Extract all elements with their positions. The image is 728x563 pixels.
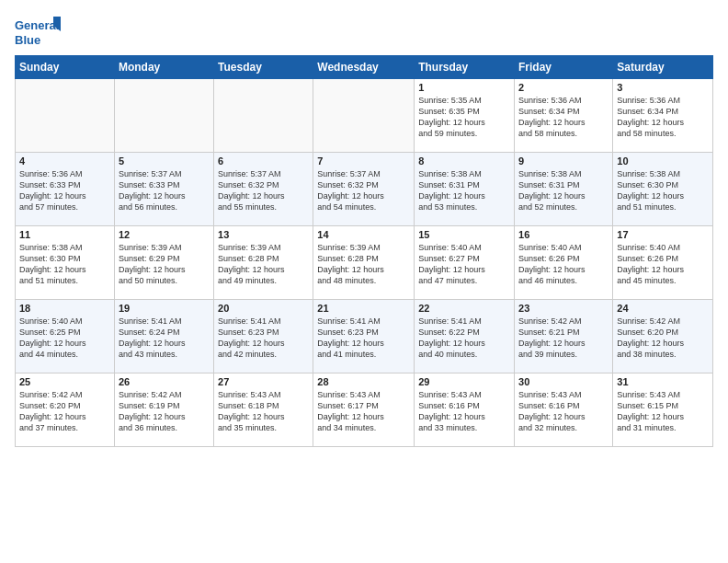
day-number: 7 bbox=[317, 155, 410, 167]
calendar-cell: 9Sunrise: 5:38 AM Sunset: 6:31 PM Daylig… bbox=[515, 153, 613, 226]
calendar-week-row: 25Sunrise: 5:42 AM Sunset: 6:20 PM Dayli… bbox=[16, 373, 713, 447]
calendar-cell: 13Sunrise: 5:39 AM Sunset: 6:28 PM Dayli… bbox=[214, 226, 313, 300]
calendar-cell: 18Sunrise: 5:40 AM Sunset: 6:25 PM Dayli… bbox=[16, 300, 115, 373]
calendar-cell: 11Sunrise: 5:38 AM Sunset: 6:30 PM Dayli… bbox=[16, 226, 115, 300]
day-info: Sunrise: 5:35 AM Sunset: 6:35 PM Dayligh… bbox=[418, 95, 510, 140]
day-info: Sunrise: 5:43 AM Sunset: 6:16 PM Dayligh… bbox=[418, 389, 510, 434]
day-number: 18 bbox=[19, 303, 110, 314]
svg-text:General: General bbox=[15, 18, 59, 32]
day-info: Sunrise: 5:40 AM Sunset: 6:26 PM Dayligh… bbox=[617, 242, 709, 287]
weekday-header-sunday: Sunday bbox=[16, 56, 115, 79]
calendar-cell: 19Sunrise: 5:41 AM Sunset: 6:24 PM Dayli… bbox=[114, 300, 213, 373]
calendar-cell: 10Sunrise: 5:38 AM Sunset: 6:30 PM Dayli… bbox=[613, 153, 713, 226]
day-number: 10 bbox=[617, 155, 709, 167]
day-number: 19 bbox=[119, 303, 210, 314]
day-number: 27 bbox=[218, 376, 309, 387]
day-number: 25 bbox=[19, 376, 110, 387]
day-number: 23 bbox=[518, 303, 609, 314]
day-number: 13 bbox=[218, 229, 309, 240]
day-number: 20 bbox=[218, 303, 309, 314]
day-info: Sunrise: 5:41 AM Sunset: 6:22 PM Dayligh… bbox=[418, 316, 510, 361]
day-info: Sunrise: 5:41 AM Sunset: 6:23 PM Dayligh… bbox=[218, 316, 309, 361]
day-number: 11 bbox=[19, 229, 110, 240]
calendar-cell: 22Sunrise: 5:41 AM Sunset: 6:22 PM Dayli… bbox=[415, 300, 515, 373]
calendar-cell: 20Sunrise: 5:41 AM Sunset: 6:23 PM Dayli… bbox=[214, 300, 313, 373]
day-info: Sunrise: 5:41 AM Sunset: 6:24 PM Dayligh… bbox=[119, 316, 210, 361]
calendar-cell: 14Sunrise: 5:39 AM Sunset: 6:28 PM Dayli… bbox=[313, 226, 415, 300]
calendar-cell: 25Sunrise: 5:42 AM Sunset: 6:20 PM Dayli… bbox=[16, 373, 115, 447]
weekday-header-row: SundayMondayTuesdayWednesdayThursdayFrid… bbox=[16, 56, 713, 79]
day-info: Sunrise: 5:43 AM Sunset: 6:17 PM Dayligh… bbox=[317, 389, 410, 434]
day-info: Sunrise: 5:38 AM Sunset: 6:31 PM Dayligh… bbox=[518, 168, 609, 213]
day-info: Sunrise: 5:38 AM Sunset: 6:31 PM Dayligh… bbox=[418, 168, 510, 213]
calendar-cell: 1Sunrise: 5:35 AM Sunset: 6:35 PM Daylig… bbox=[415, 79, 515, 153]
day-number: 1 bbox=[418, 82, 510, 93]
day-number: 5 bbox=[119, 155, 210, 167]
day-info: Sunrise: 5:42 AM Sunset: 6:19 PM Dayligh… bbox=[119, 389, 210, 434]
day-info: Sunrise: 5:37 AM Sunset: 6:32 PM Dayligh… bbox=[317, 168, 410, 213]
day-info: Sunrise: 5:42 AM Sunset: 6:20 PM Dayligh… bbox=[19, 389, 110, 434]
day-info: Sunrise: 5:40 AM Sunset: 6:25 PM Dayligh… bbox=[19, 316, 110, 361]
day-info: Sunrise: 5:41 AM Sunset: 6:23 PM Dayligh… bbox=[317, 316, 410, 361]
calendar-cell: 24Sunrise: 5:42 AM Sunset: 6:20 PM Dayli… bbox=[613, 300, 713, 373]
calendar-cell: 16Sunrise: 5:40 AM Sunset: 6:26 PM Dayli… bbox=[515, 226, 613, 300]
day-number: 9 bbox=[518, 155, 609, 167]
calendar-cell bbox=[313, 79, 415, 153]
day-info: Sunrise: 5:36 AM Sunset: 6:34 PM Dayligh… bbox=[518, 95, 609, 140]
day-info: Sunrise: 5:39 AM Sunset: 6:28 PM Dayligh… bbox=[218, 242, 309, 287]
calendar-cell bbox=[16, 79, 115, 153]
day-number: 28 bbox=[317, 376, 410, 387]
day-number: 3 bbox=[617, 82, 709, 93]
day-number: 21 bbox=[317, 303, 410, 314]
day-info: Sunrise: 5:40 AM Sunset: 6:27 PM Dayligh… bbox=[418, 242, 510, 287]
day-number: 12 bbox=[119, 229, 210, 240]
day-number: 8 bbox=[418, 155, 510, 167]
day-info: Sunrise: 5:42 AM Sunset: 6:20 PM Dayligh… bbox=[617, 316, 709, 361]
calendar-cell: 27Sunrise: 5:43 AM Sunset: 6:18 PM Dayli… bbox=[214, 373, 313, 447]
day-number: 4 bbox=[19, 155, 110, 167]
calendar-week-row: 4Sunrise: 5:36 AM Sunset: 6:33 PM Daylig… bbox=[16, 153, 713, 226]
logo: GeneralBlue bbox=[15, 15, 61, 52]
calendar-cell bbox=[214, 79, 313, 153]
calendar-cell: 31Sunrise: 5:43 AM Sunset: 6:15 PM Dayli… bbox=[613, 373, 713, 447]
weekday-header-thursday: Thursday bbox=[415, 56, 515, 79]
calendar-cell: 5Sunrise: 5:37 AM Sunset: 6:33 PM Daylig… bbox=[114, 153, 213, 226]
calendar-cell: 15Sunrise: 5:40 AM Sunset: 6:27 PM Dayli… bbox=[415, 226, 515, 300]
day-number: 30 bbox=[518, 376, 609, 387]
day-number: 26 bbox=[119, 376, 210, 387]
day-number: 16 bbox=[518, 229, 609, 240]
weekday-header-monday: Monday bbox=[114, 56, 213, 79]
calendar-cell: 2Sunrise: 5:36 AM Sunset: 6:34 PM Daylig… bbox=[515, 79, 613, 153]
calendar-week-row: 1Sunrise: 5:35 AM Sunset: 6:35 PM Daylig… bbox=[16, 79, 713, 153]
calendar-cell: 7Sunrise: 5:37 AM Sunset: 6:32 PM Daylig… bbox=[313, 153, 415, 226]
day-info: Sunrise: 5:37 AM Sunset: 6:33 PM Dayligh… bbox=[119, 168, 210, 213]
day-number: 29 bbox=[418, 376, 510, 387]
day-info: Sunrise: 5:43 AM Sunset: 6:15 PM Dayligh… bbox=[617, 389, 709, 434]
weekday-header-tuesday: Tuesday bbox=[214, 56, 313, 79]
calendar-cell: 28Sunrise: 5:43 AM Sunset: 6:17 PM Dayli… bbox=[313, 373, 415, 447]
day-info: Sunrise: 5:43 AM Sunset: 6:18 PM Dayligh… bbox=[218, 389, 309, 434]
day-info: Sunrise: 5:40 AM Sunset: 6:26 PM Dayligh… bbox=[518, 242, 609, 287]
day-info: Sunrise: 5:43 AM Sunset: 6:16 PM Dayligh… bbox=[518, 389, 609, 434]
weekday-header-saturday: Saturday bbox=[613, 56, 713, 79]
svg-text:Blue: Blue bbox=[15, 33, 40, 47]
calendar-cell: 23Sunrise: 5:42 AM Sunset: 6:21 PM Dayli… bbox=[515, 300, 613, 373]
calendar-week-row: 18Sunrise: 5:40 AM Sunset: 6:25 PM Dayli… bbox=[16, 300, 713, 373]
day-info: Sunrise: 5:38 AM Sunset: 6:30 PM Dayligh… bbox=[19, 242, 110, 287]
page-header: GeneralBlue bbox=[15, 15, 713, 52]
weekday-header-wednesday: Wednesday bbox=[313, 56, 415, 79]
calendar-cell: 17Sunrise: 5:40 AM Sunset: 6:26 PM Dayli… bbox=[613, 226, 713, 300]
day-number: 2 bbox=[518, 82, 609, 93]
day-info: Sunrise: 5:39 AM Sunset: 6:29 PM Dayligh… bbox=[119, 242, 210, 287]
calendar-cell: 12Sunrise: 5:39 AM Sunset: 6:29 PM Dayli… bbox=[114, 226, 213, 300]
day-info: Sunrise: 5:38 AM Sunset: 6:30 PM Dayligh… bbox=[617, 168, 709, 213]
day-number: 14 bbox=[317, 229, 410, 240]
day-number: 24 bbox=[617, 303, 709, 314]
day-info: Sunrise: 5:37 AM Sunset: 6:32 PM Dayligh… bbox=[218, 168, 309, 213]
day-number: 15 bbox=[418, 229, 510, 240]
day-info: Sunrise: 5:39 AM Sunset: 6:28 PM Dayligh… bbox=[317, 242, 410, 287]
weekday-header-friday: Friday bbox=[515, 56, 613, 79]
day-number: 6 bbox=[218, 155, 309, 167]
calendar-cell: 30Sunrise: 5:43 AM Sunset: 6:16 PM Dayli… bbox=[515, 373, 613, 447]
day-number: 17 bbox=[617, 229, 709, 240]
